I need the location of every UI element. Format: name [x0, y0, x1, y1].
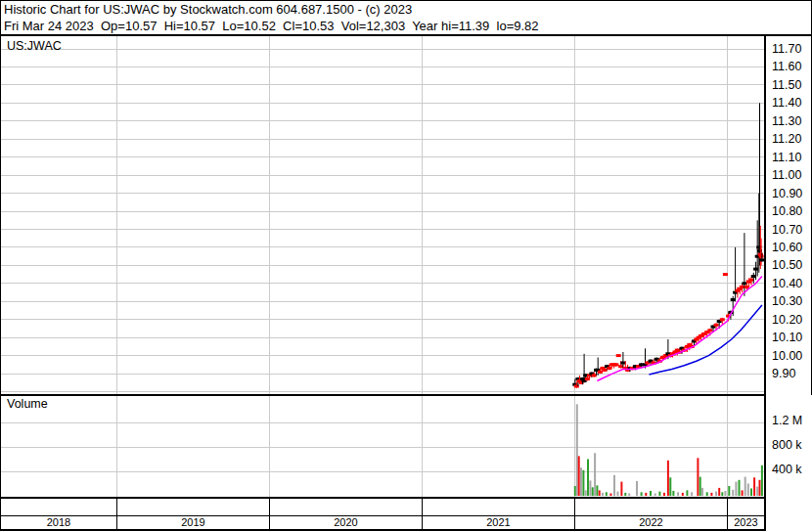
year-label-2020: 2020	[269, 516, 422, 529]
year-label-2023: 2023	[727, 516, 764, 529]
xaxis-tick-strip	[1, 499, 764, 515]
year-label-2018: 2018	[1, 516, 116, 529]
frame-border-left	[0, 0, 1, 531]
symbol-label: US:JWAC	[7, 39, 62, 53]
volume-panel-label: Volume	[7, 397, 48, 411]
historic-chart-window: Historic Chart for US:JWAC by Stockwatch…	[0, 0, 812, 531]
year-tick-divider	[727, 499, 728, 515]
year-tick-divider	[269, 499, 270, 515]
volume-axis-labels: 1.2 M800 k400 k	[771, 0, 812, 531]
price-volume-divider	[1, 394, 764, 396]
year-tick-divider	[116, 499, 117, 515]
quote-summary-line: Fri Mar 24 2023 Op=10.57 Hi=10.57 Lo=10.…	[4, 19, 539, 33]
volume-tick-label: 800 k	[772, 437, 802, 453]
volume-bottom-border	[1, 497, 764, 499]
year-tick-divider	[574, 499, 575, 515]
year-label-2022: 2022	[574, 516, 727, 529]
frame-border-top	[0, 0, 812, 1]
year-label-2021: 2021	[422, 516, 574, 529]
xaxis-year-strip: 201820192020202120222023	[1, 516, 764, 529]
volume-tick-label: 400 k	[772, 462, 802, 477]
plot-right-border	[764, 36, 766, 531]
year-tick-divider	[422, 499, 423, 515]
tickstrip-bottom-border	[1, 515, 764, 516]
price-chart-plot[interactable]	[1, 36, 764, 394]
year-label-2019: 2019	[116, 516, 269, 529]
chart-title-line: Historic Chart for US:JWAC by Stockwatch…	[4, 2, 412, 17]
header-divider	[0, 34, 812, 36]
volume-chart-plot[interactable]	[1, 396, 764, 497]
volume-tick-label: 1.2 M	[772, 413, 802, 428]
